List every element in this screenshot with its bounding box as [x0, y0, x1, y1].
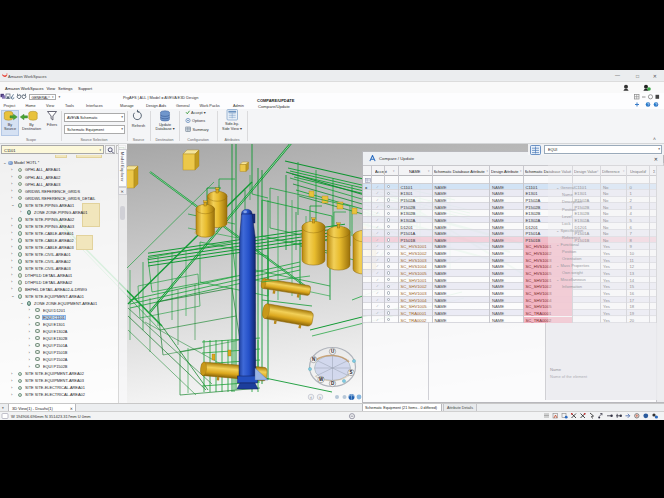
svg-text:N: N [312, 357, 315, 362]
svg-text:U: U [331, 349, 334, 354]
svg-text:S: S [349, 370, 352, 375]
